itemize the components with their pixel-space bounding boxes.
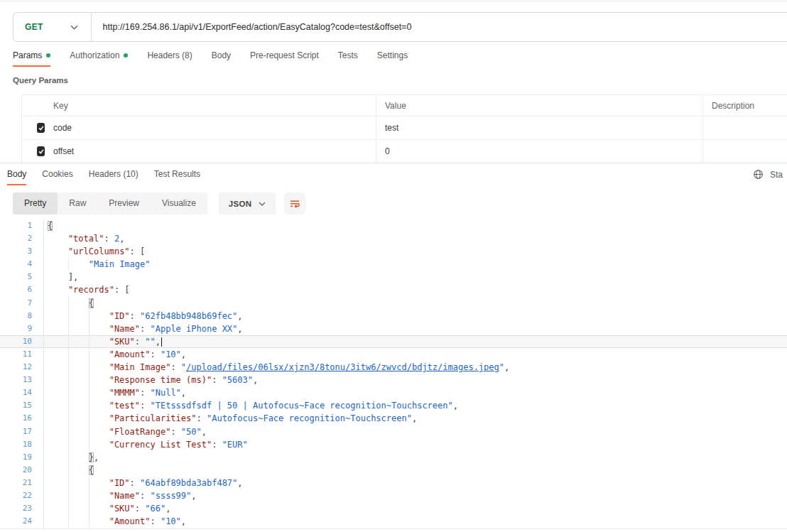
code-line[interactable]: 3"urlColumns": [: [0, 245, 787, 258]
code-line[interactable]: 9"Name": "Apple iPhone XX",: [0, 322, 787, 335]
row-checkbox[interactable]: [37, 146, 45, 156]
view-pretty[interactable]: Pretty: [13, 192, 58, 215]
code-line[interactable]: 17"FloatRange": "50",: [0, 425, 787, 438]
line-number: 5: [0, 271, 44, 283]
response-tab-body[interactable]: Body: [7, 169, 26, 185]
param-value-cell[interactable]: test: [376, 116, 702, 139]
response-tab-headers-label: Headers (10): [89, 169, 139, 179]
tab-pre-request-script[interactable]: Pre-request Script: [250, 50, 319, 67]
checkbox-column-header: [22, 95, 45, 116]
tab-params-label: Params: [13, 50, 42, 60]
response-tab-test-results[interactable]: Test Results: [154, 169, 200, 185]
code-line[interactable]: 18"Currency List Test": "EUR": [0, 438, 787, 451]
table-row: code test: [22, 116, 787, 140]
code-line[interactable]: 1{: [0, 219, 787, 232]
code-text: "MMMM": "Null",: [44, 386, 186, 399]
tab-authorization[interactable]: Authorization: [70, 50, 128, 67]
check-icon: [38, 124, 45, 131]
response-tab-body-label: Body: [7, 169, 26, 179]
code-line[interactable]: 11"Amount": "10",: [0, 348, 787, 361]
line-number: 8: [0, 310, 44, 322]
code-text: "Currency List Test": "EUR": [44, 438, 248, 451]
tab-params[interactable]: Params: [13, 50, 50, 67]
code-line[interactable]: 21"ID": "64abf89bda3abf487",: [0, 477, 787, 489]
link-value: /upload/files/06lsx/xjzn3/8tonu/3itw6/zw…: [186, 362, 499, 372]
method-label: GET: [25, 22, 43, 32]
tab-body-label: Body: [212, 50, 231, 60]
response-tab-test-results-label: Test Results: [154, 169, 200, 179]
url-input[interactable]: http://169.254.86.1/api/v1/ExportFeed/ac…: [92, 22, 412, 32]
code-line[interactable]: 8"ID": "62fb48bb948b69fec",: [0, 310, 787, 322]
code-line[interactable]: 16"Particularities": "Autofocus~Face rec…: [0, 412, 787, 425]
code-line[interactable]: 12"Main Image": "/upload/files/06lsx/xjz…: [0, 361, 787, 374]
status-label: Sta: [770, 170, 783, 180]
code-line[interactable]: 23"SKU": "66",: [0, 502, 787, 515]
code-line[interactable]: 15"test": "TEtsssdfsdf | 50 | Autofocus~…: [0, 399, 787, 412]
code-line[interactable]: 19},: [0, 451, 787, 464]
view-mode-switcher: Pretty Raw Preview Visualize: [13, 192, 207, 215]
rest-client-window: GET http://169.254.86.1/api/v1/ExportFee…: [0, 0, 787, 532]
line-number: 9: [0, 322, 44, 335]
code-text: "SKU": "66",: [44, 502, 170, 515]
code-text: "Name": "Apple iPhone XX",: [44, 322, 243, 335]
globe-icon: [753, 169, 764, 180]
method-selector[interactable]: GET: [13, 22, 91, 32]
response-body-editor[interactable]: 1{2"total": 2,3"urlColumns": [4"Main Ima…: [0, 219, 787, 528]
code-text: {: [44, 464, 94, 477]
code-line[interactable]: 20{: [0, 464, 787, 477]
line-number: 23: [0, 502, 44, 515]
param-value-cell[interactable]: 0: [376, 140, 702, 163]
row-checkbox[interactable]: [37, 123, 45, 133]
code-line[interactable]: 7{: [0, 297, 787, 310]
line-number: 18: [0, 438, 44, 451]
language-label: JSON: [229, 200, 252, 208]
code-line[interactable]: 5],: [0, 271, 787, 283]
code-text: "FloatRange": "50",: [44, 425, 207, 438]
tab-tests[interactable]: Tests: [338, 50, 358, 67]
line-number: 4: [0, 258, 44, 271]
view-visualize[interactable]: Visualize: [151, 192, 207, 215]
response-toolbar: Pretty Raw Preview Visualize JSON: [13, 192, 305, 215]
code-text: "Name": "ssss99",: [44, 489, 197, 502]
param-key-cell[interactable]: offset: [45, 140, 376, 163]
view-preview[interactable]: Preview: [97, 192, 151, 215]
view-raw[interactable]: Raw: [58, 192, 97, 215]
param-description-cell[interactable]: [702, 116, 787, 139]
line-number: 2: [0, 232, 44, 245]
line-number: 24: [0, 515, 44, 528]
language-select[interactable]: JSON: [219, 192, 276, 215]
tab-body[interactable]: Body: [212, 50, 231, 67]
code-line[interactable]: 14"MMMM": "Null",: [0, 386, 787, 399]
green-dot-icon: [124, 53, 128, 58]
param-description-cell[interactable]: [702, 140, 787, 163]
tab-pre-request-script-label: Pre-request Script: [250, 50, 319, 60]
request-url-bar: GET http://169.254.86.1/api/v1/ExportFee…: [13, 12, 787, 42]
code-text: ],: [44, 271, 78, 283]
tab-headers[interactable]: Headers (8): [147, 50, 192, 67]
code-line[interactable]: 4"Main Image": [0, 258, 787, 271]
code-text: "Particularities": "Autofocus~Face recog…: [44, 412, 417, 425]
line-number: 10: [0, 335, 44, 348]
code-line[interactable]: 13"Response time (ms)": "5603",: [0, 374, 787, 386]
code-line[interactable]: 22"Name": "ssss99",: [0, 489, 787, 502]
line-number: 19: [0, 451, 44, 464]
code-line[interactable]: 10"SKU": "",: [0, 335, 787, 348]
param-key-cell[interactable]: code: [45, 116, 376, 139]
response-tab-cookies[interactable]: Cookies: [42, 169, 72, 185]
response-section-divider: [0, 163, 787, 163]
code-line[interactable]: 2"total": 2,: [0, 232, 787, 245]
line-number: 12: [0, 361, 44, 374]
code-text: "ID": "64abf89bda3abf487",: [44, 477, 243, 489]
tab-settings[interactable]: Settings: [377, 50, 408, 67]
request-tabs: Params Authorization Headers (8) Body Pr…: [13, 50, 408, 67]
response-tab-cookies-label: Cookies: [42, 169, 72, 179]
line-number: 1: [0, 219, 44, 232]
response-meta: Sta: [753, 169, 787, 180]
code-line[interactable]: 6"records": [: [0, 283, 787, 296]
code-text: "Amount": "10",: [44, 348, 186, 361]
code-line[interactable]: 24"Amount": "10",: [0, 515, 787, 528]
code-text: "total": 2,: [44, 232, 124, 245]
wrap-lines-icon: [289, 198, 300, 210]
response-tab-headers[interactable]: Headers (10): [89, 169, 139, 185]
wrap-lines-button[interactable]: [284, 192, 305, 215]
